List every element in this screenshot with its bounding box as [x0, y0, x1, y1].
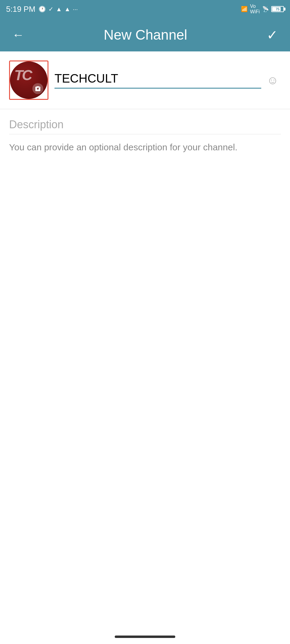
dots-icon: ···: [73, 6, 78, 13]
nav-bar: ← New Channel ✓: [0, 18, 290, 51]
avatar-initials: TC: [14, 67, 31, 83]
status-bar-left: 5:19 PM 🕐 ✓ ▲ ▲ ···: [6, 5, 78, 14]
description-section: You can provide an optional description …: [0, 109, 290, 154]
back-button[interactable]: ←: [9, 25, 27, 45]
vowifi-text: VoWiFi: [250, 4, 260, 15]
drive-icon-2: ▲: [64, 6, 71, 13]
emoji-button[interactable]: ☺: [264, 71, 281, 89]
status-time: 5:19 PM: [6, 5, 35, 14]
status-bar-right: 📶 VoWiFi 📡 75: [241, 4, 284, 15]
description-input[interactable]: [9, 118, 281, 134]
camera-overlay-icon: [32, 83, 43, 94]
page-title: New Channel: [104, 27, 187, 43]
signal-icon: 📶: [241, 6, 248, 12]
confirm-button[interactable]: ✓: [264, 24, 281, 46]
status-bar: 5:19 PM 🕐 ✓ ▲ ▲ ··· 📶 VoWiFi 📡 75: [0, 0, 290, 18]
wifi-icon: 📡: [262, 6, 269, 12]
description-hint: You can provide an optional description …: [9, 140, 281, 154]
avatar-circle: TC: [10, 61, 48, 99]
status-icons: 🕐 ✓ ▲ ▲ ···: [38, 5, 78, 13]
avatar-name-row: TC ☺: [0, 51, 290, 109]
battery-icon: 75: [271, 6, 284, 12]
main-content: TC ☺ You can provide an optional descrip…: [0, 51, 290, 154]
channel-name-field-container: ☺: [54, 71, 281, 89]
battery-level: 75: [272, 7, 283, 11]
avatar-upload-button[interactable]: TC: [9, 60, 48, 100]
check-icon: ✓: [48, 5, 54, 13]
drive-icon: ▲: [56, 6, 62, 13]
channel-name-input[interactable]: [54, 72, 261, 89]
alarm-icon: 🕐: [38, 5, 46, 13]
home-indicator: [115, 636, 175, 638]
